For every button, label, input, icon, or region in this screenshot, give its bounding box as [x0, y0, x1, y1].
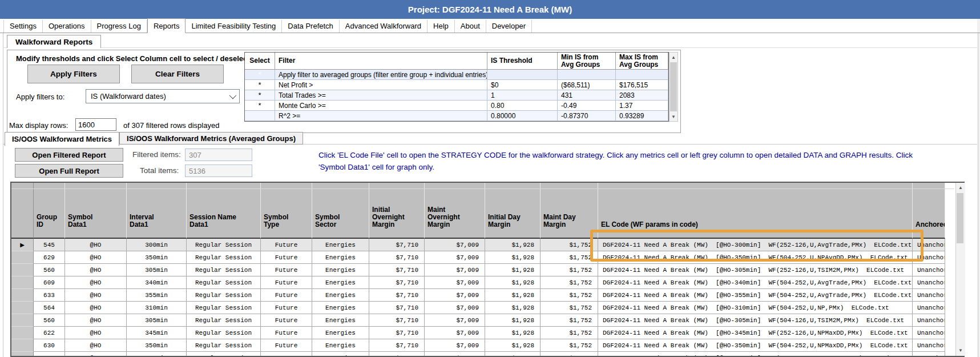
cell-session-name[interactable]: Regular Session	[187, 264, 261, 276]
row-selector[interactable]	[11, 314, 34, 327]
cell-group-id[interactable]: 558	[34, 352, 65, 357]
cell-maint-overnight-margin[interactable]: $7,009	[425, 251, 485, 264]
cell-symbol-sector[interactable]: Energies	[312, 239, 369, 251]
cell-symbol-sector[interactable]: Energies	[312, 314, 369, 327]
cell-group-id[interactable]: 609	[34, 276, 65, 289]
tab-developer[interactable]: Developer	[486, 20, 532, 33]
cell-maint-overnight-margin[interactable]: $7,009	[425, 302, 485, 314]
cell-group-id[interactable]: 630	[34, 339, 65, 352]
cell-initial-overnight-margin[interactable]: $7,710	[369, 314, 425, 327]
cell-maint-day-margin[interactable]: $1,752	[541, 352, 598, 357]
cell-group-id[interactable]: 633	[34, 289, 65, 302]
cell-maint-day-margin[interactable]: $1,752	[541, 302, 598, 314]
cell-symbol-sector[interactable]: Energies	[312, 327, 369, 339]
cell-symbol-sector[interactable]: Energies	[312, 264, 369, 276]
tab-data-prefetch[interactable]: Data Prefetch	[282, 20, 340, 33]
cell-symbol-sector[interactable]: Energies	[312, 251, 369, 264]
cell-symbol-type[interactable]: Future	[261, 251, 312, 264]
cell-symbol-data1[interactable]: @HO	[65, 327, 127, 339]
scrollbar-thumb[interactable]	[957, 193, 963, 243]
cell-interval-data1[interactable]: 355min	[127, 289, 187, 302]
cell-session-name[interactable]: Regular Session	[187, 302, 261, 314]
cell-initial-overnight-margin[interactable]: $7,710	[369, 327, 425, 339]
cell-symbol-data1[interactable]: @HO	[65, 251, 127, 264]
cell-anchored[interactable]: Unanchored	[913, 339, 945, 352]
cell-symbol-type[interactable]: Future	[261, 352, 312, 357]
filter-select-cell[interactable]: *	[245, 80, 275, 90]
cell-symbol-type[interactable]: Future	[261, 327, 312, 339]
filter-name-cell[interactable]: Net Profit >	[275, 80, 487, 90]
cell-maint-overnight-margin[interactable]: $7,009	[425, 327, 485, 339]
cell-symbol-data1[interactable]: @HO	[65, 264, 127, 276]
cell-maint-day-margin[interactable]: $1,752	[541, 239, 598, 251]
row-selector[interactable]	[11, 352, 34, 357]
filter-threshold-cell[interactable]: $0	[487, 80, 558, 90]
scroll-up-icon[interactable]: ▲	[670, 53, 677, 62]
row-selector[interactable]	[11, 327, 34, 339]
cell-initial-overnight-margin[interactable]: $7,710	[369, 264, 425, 276]
cell-initial-overnight-margin[interactable]: $7,710	[369, 239, 425, 251]
cell-symbol-sector[interactable]: Energies	[312, 339, 369, 352]
cell-group-id[interactable]: 564	[34, 302, 65, 314]
max-display-rows-input[interactable]: 1600	[75, 118, 116, 131]
cell-initial-overnight-margin[interactable]: $7,710	[369, 289, 425, 302]
cell-session-name[interactable]: Regular Session	[187, 327, 261, 339]
cell-initial-overnight-margin[interactable]: $7,710	[369, 339, 425, 352]
tab-about[interactable]: About	[455, 20, 486, 33]
header-maint-day-margin[interactable]: Maint Day Margin	[541, 183, 598, 239]
cell-interval-data1[interactable]: 305min	[127, 264, 187, 276]
cell-initial-day-margin[interactable]: $1,928	[485, 339, 541, 352]
header-maint-overnight-margin[interactable]: Maint Overnight Margin	[425, 183, 485, 239]
header-interval-data1[interactable]: Interval Data1	[127, 183, 187, 239]
cell-anchored[interactable]: Unanchored	[913, 289, 945, 302]
cell-maint-overnight-margin[interactable]: $7,009	[425, 339, 485, 352]
filter-table-scrollbar[interactable]: ▲ ▼	[669, 52, 678, 122]
cell-initial-day-margin[interactable]: $1,928	[485, 289, 541, 302]
cell-interval-data1[interactable]: 350min	[127, 251, 187, 264]
cell-initial-overnight-margin[interactable]: $7,710	[369, 251, 425, 264]
cell-maint-overnight-margin[interactable]: $7,009	[425, 264, 485, 276]
cell-symbol-data1[interactable]: @HO	[65, 239, 127, 251]
cell-maint-overnight-margin[interactable]: $7,009	[425, 352, 485, 357]
cell-session-name[interactable]: Regular Session	[187, 251, 261, 264]
cell-interval-data1[interactable]: 345min	[127, 327, 187, 339]
tab-reports[interactable]: Reports	[147, 18, 186, 33]
header-initial-overnight-margin[interactable]: Initial Overnight Margin	[369, 183, 425, 239]
cell-symbol-type[interactable]: Future	[261, 264, 312, 276]
scrollbar-thumb[interactable]	[670, 62, 677, 111]
cell-maint-overnight-margin[interactable]: $7,009	[425, 239, 485, 251]
tab-settings[interactable]: Settings	[3, 20, 43, 33]
cell-maint-day-margin[interactable]: $1,752	[541, 289, 598, 302]
cell-group-id[interactable]: 560	[34, 264, 65, 276]
row-selector[interactable]	[11, 251, 34, 264]
filter-select-cell[interactable]: *	[245, 70, 275, 80]
row-selector[interactable]	[11, 289, 34, 302]
cell-initial-day-margin[interactable]: $1,928	[485, 239, 541, 251]
filter-select-cell[interactable]: *	[245, 101, 275, 111]
cell-initial-overnight-margin[interactable]: $7,710	[369, 302, 425, 314]
apply-filters-button[interactable]: Apply Filters	[27, 65, 120, 83]
tab-help[interactable]: Help	[428, 20, 455, 33]
header-session-name-data1[interactable]: Session Name Data1	[187, 183, 261, 239]
cell-symbol-data1[interactable]: @HO	[65, 314, 127, 327]
cell-session-name[interactable]: Regular Session	[187, 239, 261, 251]
cell-session-name[interactable]: Regular Session	[187, 339, 261, 352]
cell-anchored[interactable]: Unanchored	[913, 264, 945, 276]
apply-filters-to-dropdown[interactable]: IS (Walkforward dates)	[86, 89, 240, 103]
cell-symbol-sector[interactable]: Energies	[312, 302, 369, 314]
cell-initial-day-margin[interactable]: $1,928	[485, 314, 541, 327]
cell-initial-day-margin[interactable]: $1,928	[485, 251, 541, 264]
tab-isoos-walkforward-metrics-averaged[interactable]: IS/OOS Walkforward Metrics (Averaged Gro…	[119, 132, 303, 145]
cell-initial-day-margin[interactable]: $1,928	[485, 352, 541, 357]
filter-threshold-cell[interactable]: 0.80000	[487, 111, 558, 121]
cell-symbol-type[interactable]: Future	[261, 289, 312, 302]
filter-name-cell[interactable]: Apply filter to averaged groups (filter …	[275, 70, 487, 80]
header-symbol-data1[interactable]: Symbol Data1	[65, 183, 127, 239]
header-group-id[interactable]: Group ID	[34, 183, 65, 239]
filter-name-cell[interactable]: R^2 >=	[275, 111, 487, 121]
cell-el-code-file[interactable]: DGF2024-11 Need A Break (MW) [@HO-340min…	[598, 276, 913, 289]
clear-filters-button[interactable]: Clear Filters	[131, 65, 224, 83]
row-selector[interactable]	[11, 264, 34, 276]
grid-scrollbar[interactable]: ▲ ▼	[955, 183, 965, 356]
row-selector[interactable]	[11, 276, 34, 289]
